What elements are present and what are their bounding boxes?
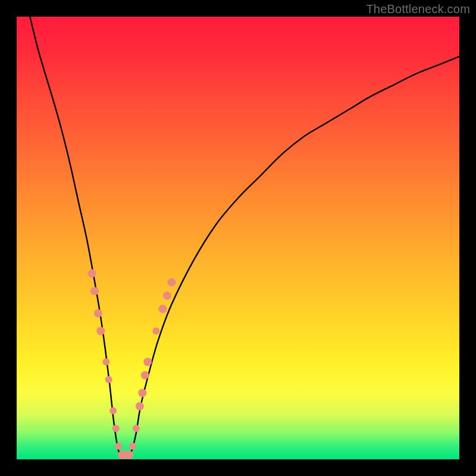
curve-marker bbox=[141, 371, 149, 380]
curve-marker bbox=[163, 292, 171, 300]
curve-marker bbox=[96, 327, 105, 335]
curve-svg bbox=[17, 17, 459, 459]
curve-marker bbox=[87, 270, 96, 278]
curve-markers bbox=[87, 270, 176, 459]
curve-marker bbox=[94, 309, 102, 317]
curve-marker bbox=[102, 358, 109, 365]
curve-marker bbox=[152, 327, 159, 334]
curve-marker bbox=[115, 443, 122, 450]
curve-marker bbox=[105, 376, 112, 383]
curve-marker bbox=[143, 358, 152, 366]
bottleneck-curve bbox=[30, 17, 459, 455]
curve-marker bbox=[138, 389, 146, 397]
chart-frame: TheBottleneck.com bbox=[0, 0, 476, 476]
plot-area bbox=[17, 17, 459, 459]
curve-marker bbox=[159, 305, 167, 313]
curve-marker bbox=[90, 287, 99, 295]
curve-marker bbox=[133, 425, 140, 432]
curve-marker bbox=[125, 451, 133, 459]
watermark-text: TheBottleneck.com bbox=[366, 2, 470, 16]
curve-marker bbox=[167, 278, 176, 286]
curve-marker bbox=[112, 425, 120, 432]
curve-marker bbox=[129, 443, 136, 450]
curve-marker bbox=[109, 407, 117, 414]
curve-marker bbox=[136, 402, 144, 411]
